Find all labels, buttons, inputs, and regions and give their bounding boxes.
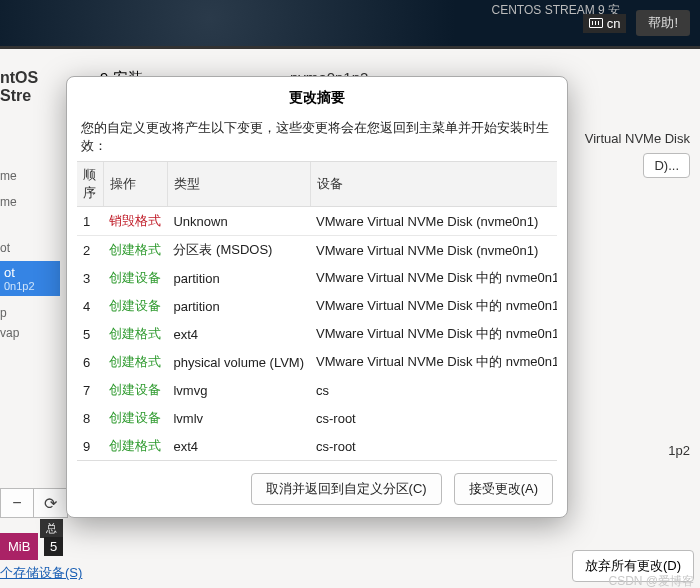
cell-seq: 8 — [77, 404, 103, 432]
bg-left-selected[interactable]: ot 0n1p2 — [0, 261, 60, 296]
cell-op: 创建格式 — [103, 348, 167, 376]
cell-device: cs-root — [310, 432, 557, 460]
cell-type: lvmvg — [167, 376, 310, 404]
bg-left-frag-5: vap — [0, 326, 60, 346]
keyboard-layout: cn — [607, 16, 621, 31]
cell-type: ext4 — [167, 320, 310, 348]
bg-disk-row-label: 1p2 — [668, 443, 690, 458]
col-op[interactable]: 操作 — [103, 162, 167, 207]
desktop-top-bar: CENTOS STREAM 9 安 cn 帮助! — [0, 0, 700, 46]
space-five: 5 — [44, 537, 63, 556]
bg-left-sel-sub: 0n1p2 — [4, 280, 60, 292]
cell-seq: 9 — [77, 432, 103, 460]
table-row[interactable]: 1销毁格式UnknownVMware Virtual NVMe Disk (nv… — [77, 207, 557, 236]
changes-table-wrap: 顺序 操作 类型 设备 1销毁格式UnknownVMware Virtual N… — [77, 161, 557, 461]
keyboard-indicator[interactable]: cn — [583, 14, 627, 33]
table-row[interactable]: 3创建设备partitionVMware Virtual NVMe Disk 中… — [77, 264, 557, 292]
space-summary-label: 总 — [40, 519, 63, 538]
table-row[interactable]: 7创建设备lvmvgcs — [77, 376, 557, 404]
cell-device: cs — [310, 376, 557, 404]
cell-type: partition — [167, 292, 310, 320]
table-header-row: 顺序 操作 类型 设备 — [77, 162, 557, 207]
cell-op: 创建设备 — [103, 264, 167, 292]
cell-seq: 7 — [77, 376, 103, 404]
table-row[interactable]: 8创建设备lvmlvcs-root — [77, 404, 557, 432]
cancel-button[interactable]: 取消并返回到自定义分区(C) — [251, 473, 442, 505]
col-type[interactable]: 类型 — [167, 162, 310, 207]
bg-left-frag-2: me — [0, 189, 60, 215]
reload-button[interactable]: ⟳ — [34, 488, 68, 518]
table-row[interactable]: 9创建格式ext4cs-root — [77, 432, 557, 460]
cell-type: physical volume (LVM) — [167, 348, 310, 376]
cell-op: 创建设备 — [103, 292, 167, 320]
bg-left-sel-label: ot — [4, 265, 60, 280]
table-row[interactable]: 4创建设备partitionVMware Virtual NVMe Disk 中… — [77, 292, 557, 320]
summary-dialog: 更改摘要 您的自定义更改将产生以下变更，这些变更将会在您返回到主菜单并开始安装时… — [66, 76, 568, 518]
cell-seq: 1 — [77, 207, 103, 236]
cell-seq: 3 — [77, 264, 103, 292]
bg-disk-label: Virtual NVMe Disk — [585, 131, 690, 146]
space-summary-badge: 总 MiB 5 — [0, 533, 38, 560]
bg-left-frag-3: ot — [0, 235, 60, 261]
table-row[interactable]: 2创建格式分区表 (MSDOS)VMware Virtual NVMe Disk… — [77, 236, 557, 265]
accept-button[interactable]: 接受更改(A) — [454, 473, 553, 505]
cell-device: VMware Virtual NVMe Disk 中的 nvme0n1p — [310, 348, 557, 376]
cell-op: 创建格式 — [103, 320, 167, 348]
cell-op: 创建格式 — [103, 236, 167, 265]
bg-left-frag-1: me — [0, 163, 60, 189]
cell-device: VMware Virtual NVMe Disk 中的 nvme0n1p — [310, 292, 557, 320]
table-row[interactable]: 6创建格式physical volume (LVM)VMware Virtual… — [77, 348, 557, 376]
col-device[interactable]: 设备 — [310, 162, 557, 207]
keyboard-icon — [589, 18, 603, 28]
cell-op: 创建设备 — [103, 404, 167, 432]
cell-seq: 4 — [77, 292, 103, 320]
cell-type: ext4 — [167, 432, 310, 460]
cell-op: 创建设备 — [103, 376, 167, 404]
cell-device: VMware Virtual NVMe Disk 中的 nvme0n1p — [310, 320, 557, 348]
dialog-title: 更改摘要 — [67, 77, 567, 115]
help-button[interactable]: 帮助! — [636, 10, 690, 36]
cell-device: VMware Virtual NVMe Disk (nvme0n1) — [310, 236, 557, 265]
cell-type: partition — [167, 264, 310, 292]
space-mib: MiB — [8, 539, 30, 554]
cell-type: 分区表 (MSDOS) — [167, 236, 310, 265]
bg-disk-button[interactable]: D)... — [643, 153, 690, 178]
cell-device: cs-root — [310, 404, 557, 432]
col-seq[interactable]: 顺序 — [77, 162, 103, 207]
partition-toolbar: − ⟳ — [0, 488, 68, 518]
cell-type: lvmlv — [167, 404, 310, 432]
cell-device: VMware Virtual NVMe Disk (nvme0n1) — [310, 207, 557, 236]
cell-seq: 5 — [77, 320, 103, 348]
remove-partition-button[interactable]: − — [0, 488, 34, 518]
cell-seq: 6 — [77, 348, 103, 376]
table-row[interactable]: 5创建格式ext4VMware Virtual NVMe Disk 中的 nvm… — [77, 320, 557, 348]
cell-op: 销毁格式 — [103, 207, 167, 236]
dialog-description: 您的自定义更改将产生以下变更，这些变更将会在您返回到主菜单并开始安装时生效： — [67, 115, 567, 161]
cell-device: VMware Virtual NVMe Disk 中的 nvme0n1p — [310, 264, 557, 292]
bg-install-heading: ntOS Stre — [0, 49, 60, 105]
watermark-text: CSDN @爱博客 — [608, 573, 694, 588]
storage-devices-link[interactable]: 个存储设备(S) — [0, 564, 82, 582]
cell-op: 创建格式 — [103, 432, 167, 460]
bg-left-frag-4: p — [0, 296, 60, 326]
changes-table: 顺序 操作 类型 设备 1销毁格式UnknownVMware Virtual N… — [77, 162, 557, 461]
cell-type: Unknown — [167, 207, 310, 236]
cell-seq: 2 — [77, 236, 103, 265]
